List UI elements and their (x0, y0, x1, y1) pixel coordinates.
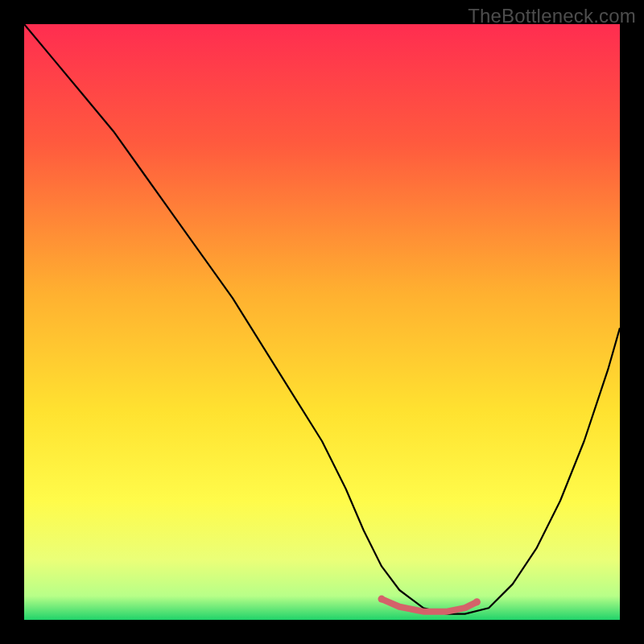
highlight-dot (473, 598, 481, 605)
chart-svg (24, 24, 620, 620)
gradient-background (24, 24, 620, 620)
plot-area (24, 24, 620, 620)
chart-frame: TheBottleneck.com (0, 0, 644, 644)
highlight-dot (378, 596, 386, 603)
